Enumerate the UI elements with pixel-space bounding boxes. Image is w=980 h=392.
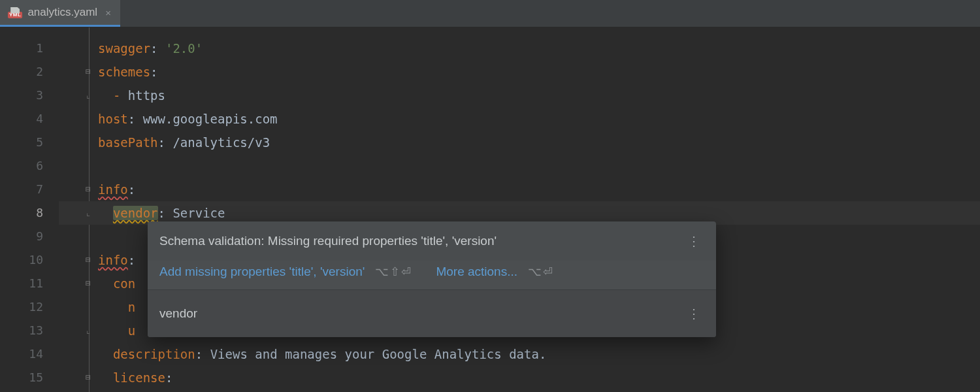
- shortcut-more: ⌥⏎: [528, 265, 554, 279]
- fold-end-icon[interactable]: ⌞: [84, 91, 93, 100]
- code-line[interactable]: basePath: /analytics/v3: [59, 131, 980, 154]
- inspection-actions-row: Add missing properties 'title', 'version…: [148, 261, 716, 290]
- line-number: 6: [0, 154, 59, 178]
- fold-toggle-icon[interactable]: ⊟: [84, 279, 93, 288]
- code-line[interactable]: host: www.googleapis.com: [59, 107, 980, 131]
- fold-end-icon[interactable]: ⌞: [84, 326, 93, 335]
- line-number: 9: [0, 225, 59, 248]
- code-line[interactable]: ⊟info:: [59, 178, 980, 201]
- inspection-popup: Schema validation: Missing required prop…: [148, 221, 716, 337]
- line-number: 5: [0, 131, 59, 154]
- line-number: 15: [0, 366, 59, 389]
- action-more[interactable]: More actions...: [436, 265, 517, 279]
- code-line[interactable]: ⊟schemes:: [59, 60, 980, 84]
- line-number: 7: [0, 178, 59, 201]
- code-area[interactable]: swagger: '2.0' ⊟schemes: ⌞ - https host:…: [59, 27, 980, 392]
- fold-toggle-icon[interactable]: ⊟: [84, 185, 93, 194]
- popup-more-icon[interactable]: ⋮: [683, 303, 704, 324]
- line-number: 10: [0, 248, 59, 272]
- line-number: 11: [0, 272, 59, 295]
- inspection-title-row: Schema validation: Missing required prop…: [148, 221, 716, 261]
- fold-toggle-icon[interactable]: ⊟: [84, 373, 93, 382]
- tab-bar: YML analytics.yaml ×: [0, 0, 980, 27]
- code-line[interactable]: swagger: '2.0': [59, 37, 980, 60]
- shortcut-add: ⌥⇧⏎: [375, 265, 412, 279]
- fold-end-icon[interactable]: ⌞: [84, 208, 93, 218]
- close-tab-icon[interactable]: ×: [105, 7, 111, 18]
- code-line[interactable]: [59, 154, 980, 178]
- code-line[interactable]: ⊟ license:: [59, 366, 980, 389]
- line-number: 4: [0, 107, 59, 131]
- tab-filename: analytics.yaml: [27, 6, 97, 19]
- inspection-secondary: vendor: [159, 306, 197, 321]
- line-number: 1: [0, 37, 59, 60]
- line-number: 3: [0, 84, 59, 107]
- line-number: 14: [0, 342, 59, 366]
- yaml-file-icon: YML: [8, 7, 22, 18]
- popup-more-icon[interactable]: ⋮: [683, 231, 704, 252]
- action-add-missing[interactable]: Add missing properties 'title', 'version…: [159, 265, 365, 279]
- fold-toggle-icon[interactable]: ⊟: [84, 255, 93, 265]
- editor[interactable]: 1 2 3 4 5 6 7 8 9 10 11 12 13 14 15 swag…: [0, 27, 980, 392]
- line-number-current: 8: [0, 201, 59, 225]
- code-line[interactable]: description: Views and manages your Goog…: [59, 342, 980, 366]
- file-tab-analytics[interactable]: YML analytics.yaml ×: [0, 0, 120, 27]
- inspection-title: Schema validation: Missing required prop…: [159, 234, 497, 248]
- inspection-secondary-row: vendor ⋮: [148, 290, 716, 337]
- gutter: 1 2 3 4 5 6 7 8 9 10 11 12 13 14 15: [0, 27, 59, 392]
- line-number: 12: [0, 295, 59, 319]
- code-line[interactable]: ⌞ - https: [59, 84, 980, 107]
- line-number: 2: [0, 60, 59, 84]
- line-number: 13: [0, 319, 59, 342]
- fold-toggle-icon[interactable]: ⊟: [84, 67, 93, 76]
